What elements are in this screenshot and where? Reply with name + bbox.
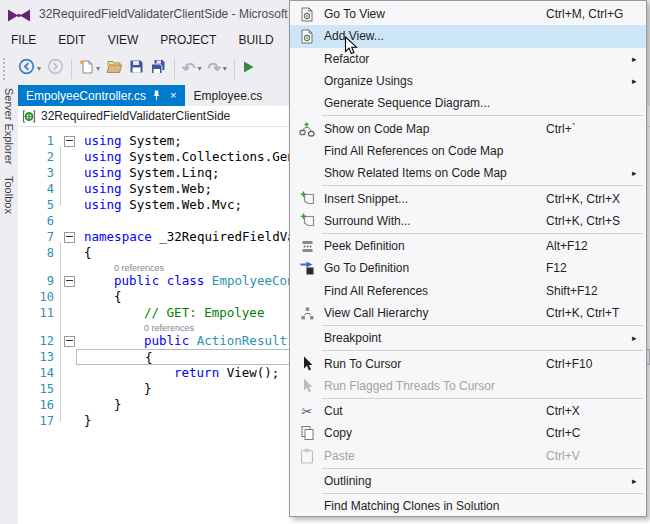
nav-back-icon (18, 58, 35, 79)
menu-item-peek-definition[interactable]: Peek DefinitionAlt+F12 (290, 235, 646, 257)
menu-item-outlining[interactable]: Outlining▸ (290, 470, 646, 492)
menu-shortcut: Alt+F12 (546, 239, 632, 253)
fold-gutter (62, 365, 76, 381)
menu-shortcut: Ctrl+K, Ctrl+T (546, 306, 632, 320)
menu-item-view-call-hierarchy[interactable]: View Call HierarchyCtrl+K, Ctrl+T (290, 302, 646, 324)
code-token: using (84, 181, 122, 196)
save-button[interactable] (126, 56, 147, 82)
menubar-item-file[interactable]: FILE (0, 29, 47, 51)
menubar-item-project[interactable]: PROJECT (149, 29, 227, 51)
menu-item-cut[interactable]: ✂CutCtrl+X (290, 400, 646, 422)
code-token: View(); (219, 365, 279, 380)
collapse-icon[interactable] (64, 276, 75, 287)
collapse-icon[interactable] (64, 336, 75, 347)
code-token: System; (122, 133, 182, 148)
menu-item-label: Breakpoint (324, 331, 546, 345)
code-token (204, 273, 212, 288)
tab-employee-cs[interactable]: Employee.cs (185, 85, 272, 106)
code-token: return (174, 365, 219, 380)
line-number: 11 (18, 305, 62, 321)
code-token: class (167, 273, 205, 288)
tab-empolyeecontroller-cs[interactable]: EmpolyeeController.cs× (18, 85, 185, 106)
code-token: { (84, 245, 92, 260)
fold-gutter (62, 397, 76, 413)
new-file-button[interactable]: ▾ (76, 56, 103, 82)
menu-shortcut: Ctrl+C (546, 426, 632, 440)
side-tool-tabs: Server ExplorerToolbox (0, 85, 18, 524)
menubar-item-edit[interactable]: EDIT (47, 29, 96, 51)
menu-item-find-all-references[interactable]: Find All ReferencesShift+F12 (290, 280, 646, 302)
menu-item-label: Copy (324, 426, 546, 440)
menu-item-breakpoint[interactable]: Breakpoint▸ (290, 327, 646, 349)
codelens-references[interactable]: 0 references (114, 263, 164, 273)
menu-item-add-view[interactable]: Add View... (290, 25, 646, 47)
code-token: } (114, 397, 122, 412)
dropdown-chevron-icon[interactable]: ▾ (223, 64, 227, 73)
line-number: 9 (18, 273, 62, 289)
code-token: ActionResult (197, 333, 287, 348)
menu-item-label: View Call Hierarchy (324, 306, 546, 320)
menu-shortcut: Ctrl+F10 (546, 357, 632, 371)
fold-gutter (62, 213, 76, 229)
submenu-arrow-icon: ▸ (632, 476, 646, 486)
toolbar-grip[interactable] (3, 58, 9, 80)
line-number: 15 (18, 381, 62, 397)
menu-item-label: Find Matching Clones in Solution (324, 499, 546, 513)
menu-item-label: Add View... (324, 29, 546, 43)
menu-separator (322, 233, 643, 234)
menu-shortcut: Ctrl+K, Ctrl+X (546, 192, 632, 206)
code-token: namespace (84, 229, 152, 244)
surround-icon (290, 213, 324, 228)
fold-gutter (62, 133, 76, 149)
codelens-references[interactable]: 0 references (144, 323, 194, 333)
menu-item-insert-snippet[interactable]: Insert Snippet...Ctrl+K, Ctrl+X (290, 187, 646, 209)
line-number: 7 (18, 229, 62, 245)
collapse-icon[interactable] (64, 136, 75, 147)
code-token (159, 273, 167, 288)
code-token: { (145, 350, 153, 365)
save-all-button[interactable] (147, 56, 170, 82)
menu-item-show-on-code-map[interactable]: Show on Code MapCtrl+` (290, 117, 646, 139)
menu-item-go-to-definition[interactable]: Go To DefinitionF12 (290, 257, 646, 279)
menubar-item-view[interactable]: VIEW (97, 29, 150, 51)
breadcrumb-project-label[interactable]: 32RequiredFieldValidaterClientSide (41, 109, 230, 123)
close-icon[interactable]: × (167, 89, 179, 102)
menu-item-organize-usings[interactable]: Organize Usings▸ (290, 70, 646, 92)
menu-item-refactor[interactable]: Refactor▸ (290, 48, 646, 70)
menu-item-copy[interactable]: CopyCtrl+C (290, 422, 646, 444)
menu-item-generate-sequence-diagram[interactable]: Generate Sequence Diagram... (290, 92, 646, 114)
menu-separator (322, 185, 643, 186)
menu-item-label: Generate Sequence Diagram... (324, 96, 546, 110)
dropdown-chevron-icon[interactable]: ▾ (197, 64, 201, 73)
fold-gutter (62, 333, 76, 349)
menu-item-go-to-view[interactable]: Go To ViewCtrl+M, Ctrl+G (290, 3, 646, 25)
pin-icon[interactable] (152, 90, 161, 101)
fold-gutter (62, 413, 76, 429)
menu-item-show-related-items-on-code-map[interactable]: Show Related Items on Code Map▸ (290, 162, 646, 184)
code-token: using (84, 133, 122, 148)
undo-button: ↶▾ (179, 56, 204, 82)
nav-fwd-icon (47, 58, 64, 79)
csharp-project-icon (22, 110, 36, 123)
menu-shortcut: Ctrl+` (546, 122, 632, 136)
menubar-item-build[interactable]: BUILD (227, 29, 284, 51)
side-tab-server-explorer[interactable]: Server Explorer (3, 88, 15, 164)
menu-item-run-to-cursor[interactable]: Run To CursorCtrl+F10 (290, 352, 646, 374)
start-debugging-button[interactable] (239, 56, 258, 82)
menu-item-find-all-references-on-code-map[interactable]: Find All References on Code Map (290, 140, 646, 162)
view-page-icon (290, 7, 324, 22)
toolbar-separator (234, 59, 235, 79)
fold-gutter (62, 381, 76, 397)
dropdown-chevron-icon[interactable]: ▾ (96, 64, 100, 73)
menu-shortcut: Ctrl+V (546, 449, 632, 463)
menu-item-surround-with[interactable]: Surround With...Ctrl+K, Ctrl+S (290, 210, 646, 232)
navigate-backward-button[interactable]: ▾ (15, 56, 44, 82)
side-tab-toolbox[interactable]: Toolbox (3, 176, 15, 214)
collapse-icon[interactable] (64, 232, 75, 243)
dropdown-chevron-icon[interactable]: ▾ (37, 64, 41, 73)
menu-item-label: Cut (324, 404, 546, 418)
menu-item-find-matching-clones-in-solution[interactable]: Find Matching Clones in Solution (290, 495, 646, 517)
open-file-button[interactable] (103, 56, 126, 82)
outline-guide (60, 147, 61, 205)
play-icon (242, 60, 255, 78)
